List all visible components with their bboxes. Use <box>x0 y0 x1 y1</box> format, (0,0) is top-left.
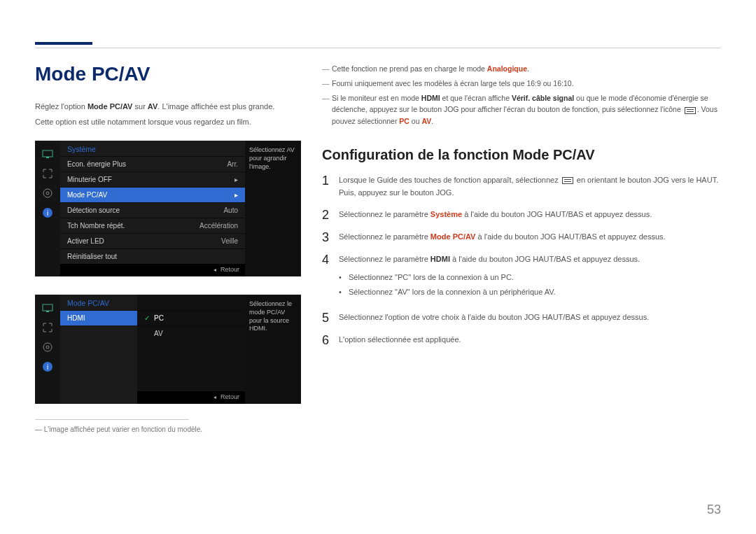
intro-bold: Mode PC/AV <box>88 102 133 111</box>
header-accent <box>35 42 92 45</box>
step-number: 2 <box>322 209 339 221</box>
page-number: 53 <box>707 503 721 517</box>
osd-footer-label: Retour <box>220 266 239 273</box>
osd-main: Mode PC/AV HDMI ✓PCAV ◂Retour <box>60 295 245 404</box>
header-rule <box>35 48 721 48</box>
osd-row: Activer LEDVeille <box>60 233 245 248</box>
svg-text:i: i <box>47 209 48 217</box>
note-row: ―Fourni uniquement avec les modèles à éc… <box>322 78 721 90</box>
osd-row: Détection sourceAuto <box>60 202 245 218</box>
step-text: Lorsque le Guide des touches de fonction… <box>339 174 721 199</box>
dash-icon: ― <box>322 92 332 127</box>
osd-row-value: Accélération <box>200 222 238 230</box>
dash-icon: ― <box>322 63 332 75</box>
footnote: ― L'image affichée peut varier en foncti… <box>35 426 301 433</box>
osd-row-label: Détection source <box>67 206 120 214</box>
osd-row-value: Auto <box>223 206 238 214</box>
osd-row: Tch Nombre répét.Accélération <box>60 218 245 233</box>
note-row: ―Si le moniteur est en mode HDMI et que … <box>322 92 721 127</box>
step-text: Sélectionnez l'option de votre choix à l… <box>339 311 721 324</box>
osd-row-value: ▸ <box>234 176 238 183</box>
info-icon: i <box>41 360 54 373</box>
step: 6L'option sélectionnée est appliquée. <box>322 334 721 346</box>
osd-row-label: Econ. énergie Plus <box>67 160 126 168</box>
page-title: Mode PC/AV <box>35 63 301 85</box>
step-number: 1 <box>322 174 339 199</box>
osd-row: HDMI <box>60 310 137 325</box>
osd-sidebar: i <box>35 141 60 276</box>
gear-icon <box>41 341 54 353</box>
svg-rect-0 <box>43 150 52 157</box>
step-number: 4 <box>322 253 339 302</box>
osd-row-label: Mode PC/AV <box>67 191 107 199</box>
osd-row-value: ▸ <box>234 191 238 199</box>
osd-footer-spacer <box>60 388 137 401</box>
osd-main: Système Econ. énergie PlusArr.Minuterie … <box>60 141 245 276</box>
intro-line-1: Réglez l'option Mode PC/AV sur AV. L'ima… <box>35 101 301 113</box>
step-text: Sélectionnez le paramètre HDMI à l'aide … <box>339 253 721 302</box>
note-row: ―Cette fonction ne prend pas en charge l… <box>322 63 721 75</box>
osd-row-value: Veille <box>221 237 238 245</box>
bullet: •Sélectionnez "AV" lors de la connexion … <box>339 286 721 299</box>
osd-footer-label: Retour <box>220 393 239 400</box>
osd-tip: Sélectionnez le mode PC/AV pour la sourc… <box>245 295 301 404</box>
osd-header: Mode PC/AV <box>60 295 137 310</box>
intro-text: . L'image affichée est plus grande. <box>158 102 274 111</box>
footnote-rule <box>35 419 189 420</box>
step: 3Sélectionnez le paramètre Mode PC/AV à … <box>322 231 721 244</box>
expand-icon <box>41 321 54 334</box>
svg-text:i: i <box>47 363 48 371</box>
monitor-icon <box>41 302 54 314</box>
sub-bullets: •Sélectionnez "PC" lors de la connexion … <box>339 272 721 299</box>
monitor-icon <box>41 148 54 160</box>
svg-rect-1 <box>46 157 49 158</box>
osd-sidebar: i <box>35 295 60 404</box>
right-column: ―Cette fonction ne prend pas en charge l… <box>322 63 721 433</box>
svg-rect-6 <box>43 304 52 311</box>
bullet: •Sélectionnez "PC" lors de la connexion … <box>339 272 721 284</box>
osd-screenshot-pcav: i Mode PC/AV HDMI ✓PCAV ◂Retour Sélectio… <box>35 295 301 404</box>
svg-point-9 <box>46 346 49 349</box>
osd-row-value: Arr. <box>227 160 238 168</box>
osd-row: Réinitialiser tout <box>60 248 245 264</box>
expand-icon <box>41 167 54 180</box>
step-text: L'option sélectionnée est appliquée. <box>339 334 721 346</box>
osd-options-pane: ✓PCAV ◂Retour <box>137 295 245 404</box>
osd-tip: Sélectionnez AV pour agrandir l'image. <box>245 141 301 276</box>
osd-row-label: Minuterie OFF <box>67 176 112 183</box>
intro-text: sur <box>132 102 147 111</box>
osd-header: Système <box>60 141 245 156</box>
step: 4Sélectionnez le paramètre HDMI à l'aide… <box>322 253 721 302</box>
note-list: ―Cette fonction ne prend pas en charge l… <box>322 63 721 127</box>
menu-icon <box>562 177 573 184</box>
step: 1Lorsque le Guide des touches de fonctio… <box>322 174 721 199</box>
osd-screenshot-system: i Système Econ. énergie PlusArr.Minuteri… <box>35 141 301 276</box>
osd-footer: ◂Retour <box>137 391 245 404</box>
osd-row: Minuterie OFF▸ <box>60 171 245 187</box>
note-text: Cette fonction ne prend pas en charge le… <box>332 63 721 75</box>
osd-row: Mode PC/AV▸ <box>60 187 245 202</box>
osd-left-pane: Mode PC/AV HDMI <box>60 295 137 404</box>
svg-rect-7 <box>46 311 49 312</box>
left-column: Mode PC/AV Réglez l'option Mode PC/AV su… <box>35 63 301 433</box>
osd-option-label: AV <box>154 330 163 337</box>
steps-list: 1Lorsque le Guide des touches de fonctio… <box>322 174 721 346</box>
subheading: Configuration de la fonction Mode PC/AV <box>322 147 721 163</box>
step-text: Sélectionnez le paramètre Système à l'ai… <box>339 209 721 221</box>
osd-footer: ◂Retour <box>60 264 245 276</box>
dash-icon: ― <box>322 78 332 90</box>
step-number: 6 <box>322 334 339 346</box>
osd-row-label: Tch Nombre répét. <box>67 222 125 230</box>
step-number: 5 <box>322 311 339 324</box>
step-text: Sélectionnez le paramètre Mode PC/AV à l… <box>339 231 721 244</box>
page-content: Mode PC/AV Réglez l'option Mode PC/AV su… <box>35 63 721 433</box>
footnote-text: L'image affichée peut varier en fonction… <box>44 426 202 433</box>
note-text: Fourni uniquement avec les modèles à écr… <box>332 78 721 90</box>
intro-text: Réglez l'option <box>35 102 88 111</box>
svg-point-2 <box>43 189 52 197</box>
step: 2Sélectionnez le paramètre Système à l'a… <box>322 209 721 221</box>
svg-point-8 <box>43 343 52 351</box>
osd-row: Econ. énergie PlusArr. <box>60 156 245 171</box>
note-text: Si le moniteur est en mode HDMI et que l… <box>332 92 721 127</box>
osd-option-label: PC <box>154 314 164 322</box>
